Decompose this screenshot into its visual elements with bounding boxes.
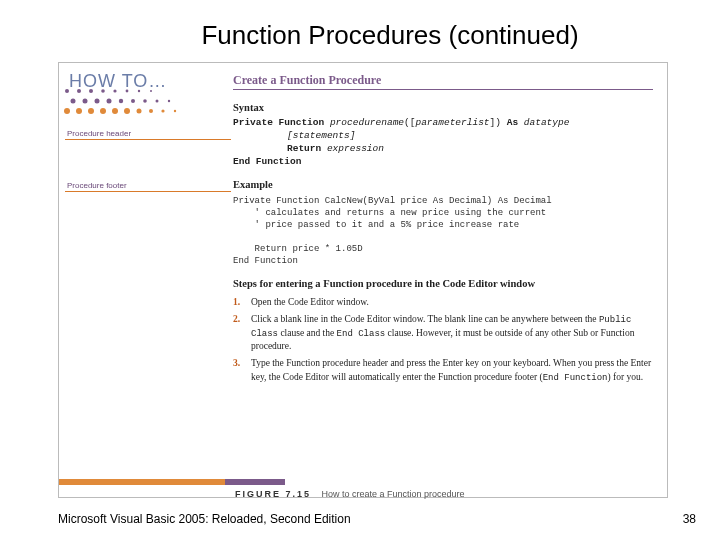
figure-caption: FIGURE 7.15 How to create a Function pro… <box>235 489 465 499</box>
svg-point-11 <box>83 99 88 104</box>
syntax-line-3: Return expression <box>233 143 653 156</box>
callout-rule-footer <box>65 191 231 192</box>
svg-point-7 <box>149 109 153 113</box>
slide-title: Function Procedures (continued) <box>0 0 720 59</box>
callout-procedure-footer: Procedure footer <box>67 181 127 190</box>
figure-caption-text: How to create a Function procedure <box>322 489 465 499</box>
it-expression: expression <box>327 143 384 154</box>
kw-as: As <box>507 117 518 128</box>
plain-close: ]) <box>490 117 501 128</box>
svg-point-16 <box>143 99 147 103</box>
svg-point-18 <box>168 100 170 102</box>
example-heading: Example <box>233 178 653 192</box>
it-parameterlist: parameterlist <box>415 117 489 128</box>
syntax-heading: Syntax <box>233 101 653 115</box>
step-2-code-end-class: End Class <box>337 329 386 339</box>
it-procedurename: procedurename <box>330 117 404 128</box>
caption-orange-bar <box>59 479 225 485</box>
syntax-line-2: [statements] <box>233 130 653 143</box>
svg-point-13 <box>107 99 112 104</box>
it-statements: [statements] <box>287 130 355 141</box>
figure-content: Syntax Private Function procedurename([p… <box>233 97 653 388</box>
figure-title: Create a Function Procedure <box>233 73 381 88</box>
syntax-line-1: Private Function procedurename([paramete… <box>233 117 653 130</box>
step-3-code-end-function: End Function <box>543 373 608 383</box>
kw-private-function: Private Function <box>233 117 324 128</box>
step-3: Type the Function procedure header and p… <box>233 357 653 384</box>
svg-point-4 <box>112 108 118 114</box>
svg-point-8 <box>161 109 164 112</box>
svg-point-10 <box>71 99 76 104</box>
step-2-c: clause and the <box>278 328 337 338</box>
steps-list: Open the Code Editor window. Click a bla… <box>233 296 653 385</box>
kw-end-function: End Function <box>233 156 301 167</box>
svg-point-5 <box>124 108 130 114</box>
svg-point-1 <box>76 108 82 114</box>
slide-number: 38 <box>683 512 696 526</box>
svg-point-2 <box>88 108 94 114</box>
callout-rule-header <box>65 139 231 140</box>
svg-point-6 <box>137 109 142 114</box>
figure-number: FIGURE 7.15 <box>235 489 311 499</box>
howto-label: HOW TO… <box>69 71 167 92</box>
svg-point-3 <box>100 108 106 114</box>
footer-citation: Microsoft Visual Basic 2005: Reloaded, S… <box>58 512 351 526</box>
step-3-c: ) for you. <box>608 372 644 382</box>
kw-return: Return <box>287 143 321 154</box>
figure-container: HOW TO… Create a Function Procedure Proc… <box>58 62 668 498</box>
svg-point-12 <box>95 99 100 104</box>
svg-point-9 <box>174 110 176 112</box>
example-code: Private Function CalcNew(ByVal price As … <box>233 195 653 268</box>
svg-point-17 <box>156 100 159 103</box>
step-2-a: Click a blank line in the Code Editor wi… <box>251 314 599 324</box>
caption-plum-bar <box>225 479 285 485</box>
plain-open: ([ <box>404 117 415 128</box>
steps-heading: Steps for entering a Function procedure … <box>233 277 653 291</box>
callout-procedure-header: Procedure header <box>67 129 131 138</box>
title-underline <box>233 89 653 90</box>
svg-point-15 <box>131 99 135 103</box>
step-2: Click a blank line in the Code Editor wi… <box>233 313 653 353</box>
step-1: Open the Code Editor window. <box>233 296 653 309</box>
figure-caption-bar: FIGURE 7.15 How to create a Function pro… <box>59 479 667 497</box>
syntax-line-4: End Function <box>233 156 653 169</box>
svg-point-14 <box>119 99 123 103</box>
svg-point-0 <box>64 108 70 114</box>
it-datatype: datatype <box>524 117 570 128</box>
